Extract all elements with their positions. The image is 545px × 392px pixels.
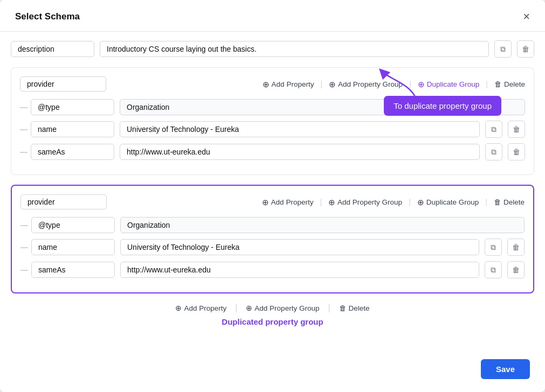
copy-icon: ⧉ <box>500 45 506 54</box>
copy-icon-4: ⧉ <box>491 148 496 157</box>
copy-icon-3: ⧉ <box>491 125 496 134</box>
property-group-2: ⊕ Add Property | ⊕ Add Property Group | … <box>11 185 534 293</box>
group2-property-row-1 <box>20 217 525 233</box>
modal-footer: Save <box>0 353 545 379</box>
group1-prop3-value[interactable] <box>120 144 480 160</box>
description-copy-button[interactable]: ⧉ <box>494 40 512 58</box>
trash-icon: 🗑 <box>522 45 529 53</box>
plus-icon-2: ⊕ <box>329 80 336 88</box>
group2-prop2-key[interactable] <box>31 239 115 255</box>
group1-prop2-delete-btn[interactable]: 🗑 <box>508 121 525 138</box>
group2-prop1-value[interactable] <box>120 217 525 233</box>
group1-prop3-key[interactable] <box>31 144 114 160</box>
group1-delete-button[interactable]: 🗑 Delete <box>494 80 525 88</box>
plus-icon-6: ⊕ <box>417 198 424 206</box>
modal: Select Schema × ⧉ 🗑 ⊕ Add Property <box>0 0 545 392</box>
description-key-input[interactable] <box>11 41 94 57</box>
trash-icon-5: 🗑 <box>494 198 501 206</box>
divider5: | <box>409 198 411 206</box>
plus-icon-4: ⊕ <box>262 198 269 206</box>
divider2: | <box>409 80 411 88</box>
group2-delete-button[interactable]: 🗑 Delete <box>494 198 525 206</box>
bottom-add-property-button[interactable]: ⊕ Add Property <box>175 304 226 312</box>
trash-icon-3: 🗑 <box>513 125 520 134</box>
plus-icon-7: ⊕ <box>175 304 182 312</box>
group2-name-input[interactable] <box>20 194 107 209</box>
group2-duplicate-group-button[interactable]: ⊕ Duplicate Group <box>417 198 479 206</box>
group2-prop2-value[interactable] <box>120 239 479 255</box>
modal-header: Select Schema × <box>0 0 545 32</box>
group2-prop3-copy-btn[interactable]: ⧉ <box>485 261 502 278</box>
trash-icon-6: 🗑 <box>512 243 520 251</box>
divider3: | <box>486 80 488 88</box>
description-row: ⧉ 🗑 <box>11 40 534 58</box>
trash-icon-8: 🗑 <box>339 304 347 312</box>
group1-prop2-key[interactable] <box>31 121 114 137</box>
group2-header: ⊕ Add Property | ⊕ Add Property Group | … <box>20 194 525 209</box>
plus-icon-8: ⊕ <box>246 304 252 312</box>
group2-prop3-delete-btn[interactable]: 🗑 <box>507 261 525 278</box>
group1-add-property-button[interactable]: ⊕ Add Property <box>263 80 314 88</box>
tooltip-text: To duplicate property group <box>394 101 492 110</box>
group2-prop3-value[interactable] <box>120 262 479 278</box>
group2-add-property-group-button[interactable]: ⊕ Add Property Group <box>328 198 402 206</box>
bottom-divider2: | <box>328 303 330 313</box>
copy-icon-6: ⧉ <box>491 265 496 275</box>
trash-icon-2: 🗑 <box>494 80 502 88</box>
group2-actions: ⊕ Add Property | ⊕ Add Property Group | … <box>262 198 525 206</box>
group1-prop2-value[interactable] <box>120 121 480 137</box>
trash-icon-7: 🗑 <box>512 265 520 274</box>
close-button[interactable]: × <box>523 11 530 23</box>
group2-property-row-2: ⧉ 🗑 <box>20 239 525 256</box>
property-group-1: ⊕ Add Property | ⊕ Add Property Group | … <box>11 67 534 175</box>
bottom-divider1: | <box>235 303 237 313</box>
group2-property-row-3: ⧉ 🗑 <box>20 261 525 278</box>
group1-prop2-copy-btn[interactable]: ⧉ <box>485 121 502 138</box>
group2-prop2-delete-btn[interactable]: 🗑 <box>507 239 525 256</box>
plus-icon-3: ⊕ <box>418 80 425 88</box>
group1-prop3-copy-btn[interactable]: ⧉ <box>485 143 502 160</box>
group1-prop3-delete-btn[interactable]: 🗑 <box>508 143 525 160</box>
plus-icon: ⊕ <box>263 80 270 88</box>
duplicated-label: Duplicated property group <box>11 317 534 326</box>
modal-title: Select Schema <box>15 11 80 22</box>
group2-add-property-button[interactable]: ⊕ Add Property <box>262 198 314 206</box>
description-delete-button[interactable]: 🗑 <box>517 40 534 58</box>
group1-header: ⊕ Add Property | ⊕ Add Property Group | … <box>20 76 525 92</box>
description-value-input[interactable] <box>100 41 489 57</box>
group1-duplicate-group-button[interactable]: ⊕ Duplicate Group <box>418 80 480 88</box>
tooltip-box: To duplicate property group <box>384 96 501 116</box>
save-button[interactable]: Save <box>481 359 530 379</box>
bottom-delete-button[interactable]: 🗑 Delete <box>339 304 370 312</box>
group1-name-input[interactable] <box>20 76 106 92</box>
group2-prop3-key[interactable] <box>31 262 115 278</box>
group1-property-row-3: ⧉ 🗑 <box>20 143 525 160</box>
modal-body: ⧉ 🗑 ⊕ Add Property | ⊕ Add Property Gr <box>0 32 545 353</box>
bottom-actions: ⊕ Add Property | ⊕ Add Property Group | … <box>11 303 534 313</box>
group2-prop2-copy-btn[interactable]: ⧉ <box>485 239 502 256</box>
plus-icon-5: ⊕ <box>328 198 335 206</box>
group1-add-property-group-button[interactable]: ⊕ Add Property Group <box>329 80 403 88</box>
divider4: | <box>320 198 322 206</box>
divider6: | <box>485 198 487 206</box>
bottom-add-property-group-button[interactable]: ⊕ Add Property Group <box>246 304 319 312</box>
group1-prop1-key[interactable] <box>31 99 114 115</box>
group2-prop1-key[interactable] <box>31 217 115 233</box>
group1-property-row-2: ⧉ 🗑 <box>20 121 525 138</box>
divider1: | <box>320 80 322 88</box>
copy-icon-5: ⧉ <box>491 243 496 252</box>
trash-icon-4: 🗑 <box>513 148 520 156</box>
tooltip-annotation: To duplicate property group <box>384 96 501 116</box>
group1-actions: ⊕ Add Property | ⊕ Add Property Group | … <box>263 80 525 88</box>
